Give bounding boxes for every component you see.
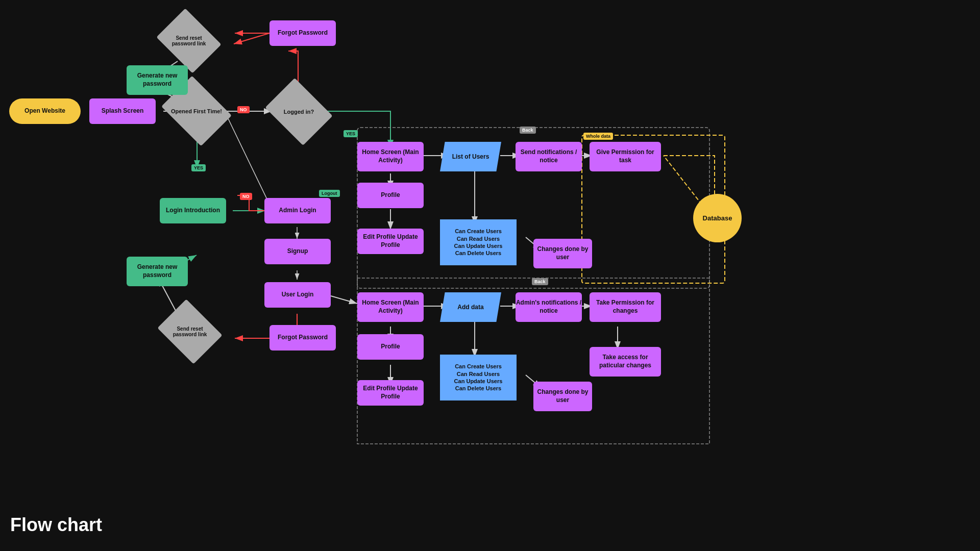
- flowchart: Open Website Splash Screen Opened First …: [0, 0, 980, 551]
- forgot-password-bottom-node: Forgot Password: [270, 325, 336, 350]
- svg-line-9: [234, 33, 270, 44]
- database-node: Database: [693, 194, 742, 242]
- opened-first-diamond: Opened First Time!: [168, 89, 225, 133]
- profile-user-node: Profile: [357, 334, 424, 360]
- user-login-node: User Login: [264, 282, 331, 308]
- permissions-user-node: Can Create Users Can Read Users Can Upda…: [440, 355, 517, 400]
- edit-profile-user-node: Edit Profile Update Profile: [357, 380, 424, 406]
- svg-line-24: [331, 296, 357, 304]
- logout-badge: Logout: [319, 190, 340, 197]
- send-notifications-node: Send notifications / notice: [516, 142, 582, 171]
- no-bottom-badge: NO: [240, 193, 252, 200]
- list-of-users-node: List of Users: [440, 142, 501, 171]
- send-reset-bottom-diamond: Send reset password link: [164, 311, 215, 352]
- add-data-node: Add data: [440, 292, 501, 322]
- signup-node: Signup: [264, 239, 331, 264]
- admin-login-node: Admin Login: [264, 198, 331, 223]
- home-screen-admin-node: Home Screen (Main Activity): [357, 142, 424, 171]
- changes-done-admin-node: Changes done by user: [533, 239, 592, 268]
- yes-bottom-badge: YES: [191, 164, 206, 171]
- logged-in-diamond: Logged in?: [272, 91, 326, 133]
- changes-done-user-node: Changes done by user: [533, 382, 592, 411]
- take-access-node: Take access for paticular changes: [590, 347, 661, 377]
- whole-data-badge: Whole data: [583, 133, 613, 140]
- edit-profile-admin-node: Edit Profile Update Profile: [357, 229, 424, 254]
- send-reset-top-diamond: Send reset password link: [163, 20, 214, 61]
- admins-notifications-node: Admin's notifications / notice: [516, 292, 582, 322]
- back-top-badge: Back: [520, 127, 536, 134]
- open-website-node: Open Website: [9, 98, 81, 124]
- page-title: Flow chart: [10, 514, 102, 536]
- home-screen-user-node: Home Screen (Main Activity): [357, 292, 424, 322]
- no-top-badge: NO: [237, 106, 250, 113]
- generate-new-bottom-node: Generate new password: [127, 257, 188, 286]
- splash-screen-node: Splash Screen: [89, 98, 156, 124]
- permissions-admin-node: Can Create Users Can Read Users Can Upda…: [440, 219, 517, 265]
- take-permission-node: Take Permission for changes: [590, 292, 661, 322]
- forgot-password-top-node: Forgot Password: [270, 20, 336, 46]
- yes-top-badge: YES: [344, 130, 358, 137]
- login-intro-node: Login Introduction: [160, 198, 226, 223]
- profile-admin-node: Profile: [357, 183, 424, 208]
- give-permission-node: Give Permission for task: [590, 142, 661, 171]
- back-bottom-badge: Back: [532, 278, 548, 285]
